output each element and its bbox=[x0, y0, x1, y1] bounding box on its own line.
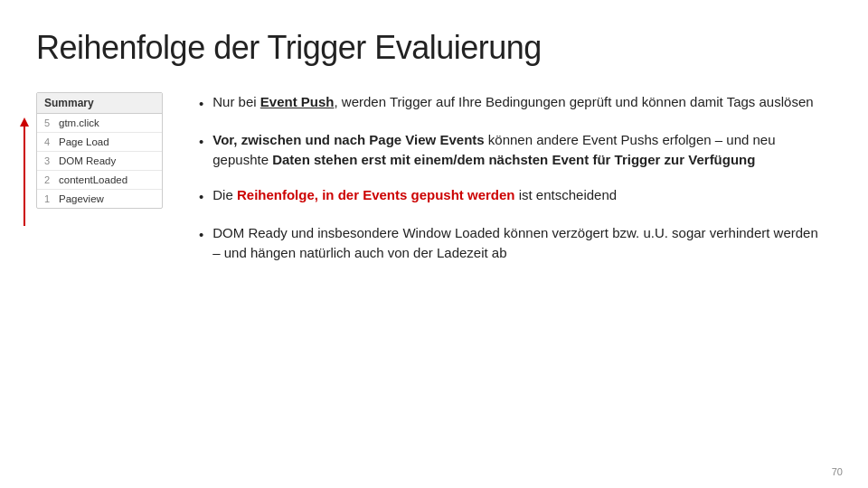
item-label: Pageview bbox=[59, 193, 104, 204]
list-item: 4 Page Load bbox=[37, 133, 162, 152]
item-label: DOM Ready bbox=[59, 155, 116, 166]
item-num: 2 bbox=[44, 174, 53, 185]
arrow-line bbox=[24, 127, 25, 226]
sidebar-box: Summary 5 gtm.click 4 Page Load 3 DOM Re… bbox=[36, 92, 163, 209]
item-label: gtm.click bbox=[59, 117, 99, 128]
slide-title: Reihenfolge der Trigger Evaluierung bbox=[36, 29, 825, 67]
list-item: 1 Pageview bbox=[37, 190, 162, 208]
bullet-dot: • bbox=[199, 94, 203, 114]
page-number: 70 bbox=[832, 466, 843, 477]
bullet-1: • Nur bei Event Push, werden Trigger auf… bbox=[199, 92, 825, 114]
bullet-text-3: Die Reihenfolge, in der Events gepusht w… bbox=[212, 185, 825, 207]
item-num: 3 bbox=[44, 155, 53, 166]
arrow-head-icon bbox=[20, 117, 29, 127]
item-label: Page Load bbox=[59, 136, 109, 147]
bullet-dot: • bbox=[199, 187, 203, 207]
summary-label: Summary bbox=[37, 93, 162, 114]
bullets-section: • Nur bei Event Push, werden Trigger auf… bbox=[199, 92, 825, 470]
emphasis-event-push: Event Push bbox=[260, 94, 335, 109]
sidebar: Summary 5 gtm.click 4 Page Load 3 DOM Re… bbox=[36, 92, 181, 470]
bullet-dot: • bbox=[199, 225, 203, 263]
slide: Reihenfolge der Trigger Evaluierung Summ… bbox=[0, 0, 868, 488]
bullet-dot: • bbox=[199, 132, 203, 170]
list-item: 5 gtm.click bbox=[37, 114, 162, 133]
bullet-3: • Die Reihenfolge, in der Events gepusht… bbox=[199, 185, 825, 207]
bullet-text-2: Vor, zwischen und nach Page View Events … bbox=[212, 130, 825, 170]
arrow-up bbox=[20, 117, 29, 226]
content-area: Summary 5 gtm.click 4 Page Load 3 DOM Re… bbox=[36, 92, 825, 470]
list-item: 3 DOM Ready bbox=[37, 152, 162, 171]
bullet-text-4: DOM Ready und insbesondere Window Loaded… bbox=[212, 223, 825, 263]
item-num: 4 bbox=[44, 136, 53, 147]
item-label: contentLoaded bbox=[59, 174, 127, 185]
item-num: 1 bbox=[44, 193, 53, 204]
bullet-text-1: Nur bei Event Push, werden Trigger auf I… bbox=[212, 92, 825, 114]
bullet-4: • DOM Ready und insbesondere Window Load… bbox=[199, 223, 825, 263]
emphasis-daten-stehen: Daten stehen erst mit einem/dem nächsten… bbox=[272, 152, 755, 167]
list-item: 2 contentLoaded bbox=[37, 171, 162, 190]
emphasis-reihenfolge: Reihenfolge, in der Events gepusht werde… bbox=[237, 187, 515, 202]
item-num: 5 bbox=[44, 117, 53, 128]
emphasis-vor-zwischen: Vor, zwischen und nach Page View Events bbox=[212, 132, 484, 147]
bullet-2: • Vor, zwischen und nach Page View Event… bbox=[199, 130, 825, 170]
